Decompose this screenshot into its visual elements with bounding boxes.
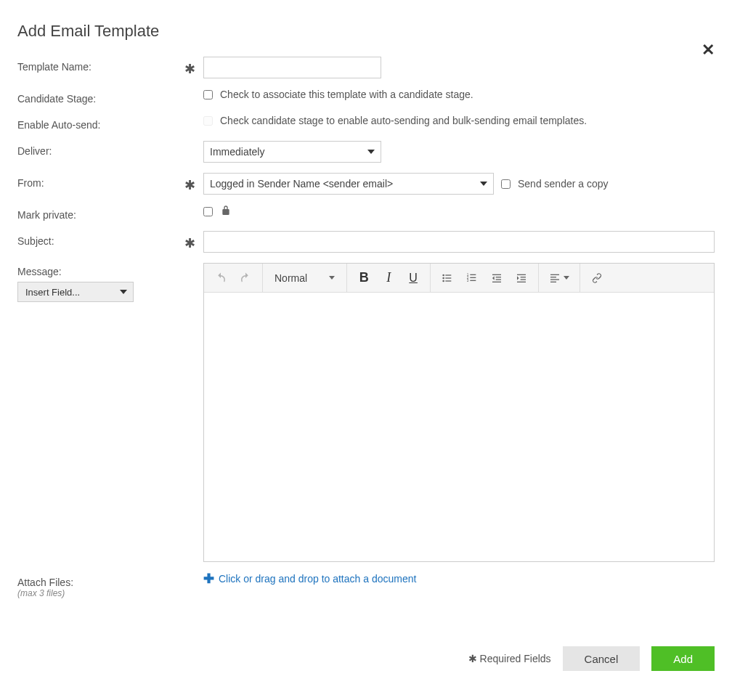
send-copy-checkbox[interactable] <box>501 179 511 189</box>
send-copy-label: Send sender a copy <box>518 178 609 190</box>
required-asterisk: ✱ <box>184 231 203 251</box>
bold-button[interactable]: B <box>351 266 376 290</box>
svg-rect-11 <box>470 280 476 280</box>
svg-text:3: 3 <box>467 279 469 282</box>
outdent-button[interactable] <box>484 266 509 290</box>
svg-rect-16 <box>517 274 526 274</box>
numbered-list-button[interactable]: 123 <box>460 266 484 290</box>
chevron-down-icon <box>367 150 375 154</box>
chevron-down-icon <box>120 290 127 294</box>
deliver-select[interactable]: Immediately <box>203 141 381 163</box>
svg-rect-12 <box>492 274 501 274</box>
label-attach-files: Attach Files: <box>17 577 184 588</box>
required-asterisk: ✱ <box>184 173 203 193</box>
label-deliver: Deliver: <box>17 141 184 157</box>
align-button[interactable] <box>543 266 575 290</box>
chevron-down-icon <box>329 276 335 280</box>
add-button[interactable]: Add <box>651 646 715 671</box>
required-fields-note: ✱ Required Fields <box>468 653 551 664</box>
auto-send-checkbox <box>203 116 213 126</box>
row-subject: Subject: ✱ <box>17 231 715 253</box>
svg-rect-3 <box>445 277 451 278</box>
svg-rect-14 <box>496 279 501 280</box>
svg-rect-18 <box>521 279 526 280</box>
plus-icon: ✚ <box>203 572 214 585</box>
label-candidate-stage: Candidate Stage: <box>17 89 184 105</box>
italic-icon: I <box>386 270 391 285</box>
auto-send-text: Check candidate stage to enable auto-sen… <box>220 115 587 126</box>
template-name-input[interactable] <box>203 57 381 78</box>
lock-icon <box>220 205 232 219</box>
row-attach: Attach Files: (max 3 files) ✚ Click or d… <box>17 572 715 598</box>
svg-rect-1 <box>445 274 451 275</box>
insert-field-label: Insert Field... <box>25 287 80 298</box>
bold-icon: B <box>359 270 369 285</box>
redo-button[interactable] <box>233 266 258 290</box>
svg-rect-7 <box>470 274 476 274</box>
link-icon <box>591 272 603 284</box>
max-files-note: (max 3 files) <box>17 588 184 598</box>
from-value: Logged in Sender Name <sender email> <box>210 178 393 190</box>
label-subject: Subject: <box>17 231 184 247</box>
modal-title: Add Email Template <box>17 22 715 41</box>
svg-rect-9 <box>470 277 476 277</box>
align-left-icon <box>549 272 561 284</box>
svg-rect-5 <box>445 280 451 281</box>
svg-point-4 <box>442 280 444 282</box>
svg-rect-17 <box>521 277 526 277</box>
numbered-list-icon: 123 <box>466 272 478 284</box>
cancel-button[interactable]: Cancel <box>563 646 640 671</box>
bullet-list-icon <box>442 272 453 284</box>
link-button[interactable] <box>585 266 609 290</box>
svg-rect-20 <box>550 274 559 274</box>
svg-rect-15 <box>492 281 501 282</box>
underline-icon: U <box>409 272 418 285</box>
row-message: Message: Insert Field... Normal <box>17 263 715 562</box>
attach-file-link[interactable]: ✚ Click or drag and drop to attach a doc… <box>203 572 416 585</box>
row-candidate-stage: Candidate Stage: Check to associate this… <box>17 89 715 105</box>
svg-rect-23 <box>550 281 556 282</box>
indent-button[interactable] <box>509 266 534 290</box>
chevron-down-icon <box>480 182 487 186</box>
label-template-name: Template Name: <box>17 57 184 73</box>
from-select[interactable]: Logged in Sender Name <sender email> <box>203 173 494 195</box>
redo-icon <box>239 272 252 285</box>
close-icon[interactable]: ✕ <box>702 41 715 60</box>
message-editor: Normal B I U 123 <box>203 263 715 562</box>
svg-rect-13 <box>496 277 501 277</box>
row-auto-send: Enable Auto-send: Check candidate stage … <box>17 115 715 131</box>
subject-input[interactable] <box>203 231 715 253</box>
row-template-name: Template Name: ✱ <box>17 57 715 78</box>
undo-icon <box>214 272 227 285</box>
bullet-list-button[interactable] <box>435 266 460 290</box>
deliver-value: Immediately <box>210 146 264 158</box>
attach-text: Click or drag and drop to attach a docum… <box>219 573 416 585</box>
label-mark-private: Mark private: <box>17 205 184 221</box>
candidate-stage-text: Check to associate this template with a … <box>220 89 473 100</box>
insert-field-select[interactable]: Insert Field... <box>17 282 134 302</box>
format-label: Normal <box>274 272 307 284</box>
modal-footer: ✱ Required Fields Cancel Add <box>468 646 715 671</box>
svg-rect-22 <box>550 279 559 280</box>
underline-button[interactable]: U <box>401 266 426 290</box>
editor-toolbar: Normal B I U 123 <box>204 264 714 293</box>
mark-private-checkbox[interactable] <box>203 207 213 216</box>
label-message: Message: <box>17 266 184 277</box>
label-auto-send: Enable Auto-send: <box>17 115 184 131</box>
indent-icon <box>516 272 527 284</box>
label-from: From: <box>17 173 184 189</box>
svg-point-0 <box>442 274 444 276</box>
svg-rect-19 <box>517 281 526 282</box>
row-deliver: Deliver: Immediately <box>17 141 715 163</box>
chevron-down-icon <box>564 276 569 280</box>
svg-point-2 <box>442 277 444 279</box>
undo-button[interactable] <box>208 266 233 290</box>
message-body[interactable] <box>204 293 714 561</box>
format-select[interactable]: Normal <box>267 272 342 284</box>
row-mark-private: Mark private: <box>17 205 715 221</box>
required-asterisk: ✱ <box>184 57 203 77</box>
outdent-icon <box>491 272 503 284</box>
candidate-stage-checkbox[interactable] <box>203 90 213 99</box>
row-from: From: ✱ Logged in Sender Name <sender em… <box>17 173 715 195</box>
italic-button[interactable]: I <box>376 266 401 290</box>
